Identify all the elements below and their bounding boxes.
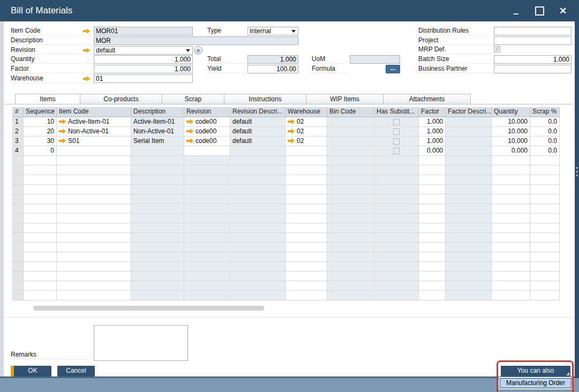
cell-quantity[interactable] xyxy=(492,262,530,272)
cell-quantity[interactable] xyxy=(492,156,530,165)
link-arrow-icon[interactable] xyxy=(186,138,193,144)
minimize-icon[interactable]: – xyxy=(507,0,525,21)
cell-item-code[interactable] xyxy=(57,185,131,194)
link-arrow-icon[interactable] xyxy=(288,129,295,134)
ok-button[interactable]: OK xyxy=(11,366,51,376)
cell-quantity[interactable] xyxy=(492,194,530,204)
cell-scrap-percent[interactable] xyxy=(530,281,560,291)
cell-item-code[interactable] xyxy=(57,156,131,165)
yield-field[interactable] xyxy=(247,65,298,73)
cell-factor[interactable] xyxy=(419,281,446,291)
you-can-also-button[interactable]: You can also xyxy=(501,366,570,376)
link-arrow-icon[interactable] xyxy=(59,129,66,134)
cell-checkbox-has-substitute[interactable] xyxy=(393,138,400,145)
cell-factor[interactable] xyxy=(419,262,446,272)
cell-scrap-percent[interactable] xyxy=(530,243,560,252)
cell-quantity[interactable] xyxy=(492,165,530,175)
cell-item-code[interactable] xyxy=(57,223,131,233)
cell-warehouse[interactable] xyxy=(285,214,327,223)
factor-field[interactable] xyxy=(94,65,193,73)
cell-factor[interactable] xyxy=(419,214,446,223)
link-arrow-icon[interactable] xyxy=(59,138,66,144)
cell-warehouse[interactable] xyxy=(285,146,327,156)
cell-factor[interactable] xyxy=(419,233,446,243)
cell-revision[interactable]: code00 xyxy=(184,127,230,137)
item-code-field[interactable] xyxy=(94,27,193,35)
quantity-field[interactable] xyxy=(94,55,193,64)
cell-sequence[interactable] xyxy=(24,262,57,272)
cell-factor[interactable] xyxy=(419,291,446,300)
cell-warehouse[interactable] xyxy=(285,185,327,194)
cell-item-code[interactable] xyxy=(57,175,131,185)
cell-scrap-percent[interactable] xyxy=(530,291,560,300)
cell-quantity[interactable]: 10.000 xyxy=(492,137,530,146)
link-arrow-icon[interactable] xyxy=(288,138,295,144)
project-field[interactable] xyxy=(494,36,572,45)
tab-scrap[interactable]: Scrap xyxy=(162,94,224,104)
cell-warehouse[interactable] xyxy=(285,165,327,175)
cell-factor[interactable]: 0.000 xyxy=(419,146,446,156)
cell-factor[interactable] xyxy=(419,185,446,194)
cell-quantity[interactable] xyxy=(492,214,530,223)
cell-sequence[interactable] xyxy=(24,281,57,291)
cell-scrap-percent[interactable] xyxy=(530,185,560,194)
cell-scrap-percent[interactable]: 0.0 xyxy=(530,137,560,146)
cell-checkbox-has-substitute[interactable] xyxy=(393,129,400,135)
cell-factor[interactable] xyxy=(419,175,446,185)
cell-sequence[interactable]: 20 xyxy=(24,127,57,137)
cell-warehouse[interactable] xyxy=(285,252,327,262)
tab-co-products[interactable]: Co-products xyxy=(80,94,162,104)
formula-button[interactable]: ... xyxy=(386,65,400,73)
cell-factor[interactable]: 1.000 xyxy=(419,117,446,127)
link-arrow-icon[interactable] xyxy=(59,119,66,124)
cell-sequence[interactable] xyxy=(24,272,57,281)
cell-item-code[interactable]: Active-Item-01 xyxy=(57,117,131,127)
cell-item-code[interactable] xyxy=(57,146,131,156)
cell-warehouse[interactable] xyxy=(285,204,327,214)
cell-scrap-percent[interactable] xyxy=(530,214,560,223)
link-arrow-icon[interactable] xyxy=(288,119,295,124)
close-icon[interactable]: ✕ xyxy=(554,0,572,21)
cell-factor[interactable] xyxy=(419,194,446,204)
distribution-rules-field[interactable] xyxy=(494,27,572,35)
cell-scrap-percent[interactable] xyxy=(530,252,560,262)
cell-sequence[interactable]: 30 xyxy=(24,137,57,146)
cell-scrap-percent[interactable]: 0.0 xyxy=(530,117,560,127)
cell-scrap-percent[interactable] xyxy=(530,272,560,281)
cell-sequence[interactable] xyxy=(24,243,57,252)
menu-item-manufacturing-order[interactable]: Manufacturing Order xyxy=(500,378,572,388)
cell-factor[interactable]: 1.000 xyxy=(419,137,446,146)
cell-scrap-percent[interactable] xyxy=(530,262,560,272)
cell-item-code[interactable] xyxy=(57,272,131,281)
cell-warehouse[interactable] xyxy=(285,272,327,281)
cell-factor[interactable]: 1.000 xyxy=(419,127,446,137)
cell-factor[interactable] xyxy=(419,223,446,233)
cell-quantity[interactable] xyxy=(492,233,530,243)
cell-warehouse[interactable] xyxy=(285,233,327,243)
cell-quantity[interactable] xyxy=(492,252,530,262)
panel-expand-handle[interactable]: ••• xyxy=(575,166,578,178)
description-field[interactable] xyxy=(94,36,298,45)
cell-sequence[interactable] xyxy=(24,223,57,233)
tab-items[interactable]: Items xyxy=(15,94,80,104)
cell-factor[interactable] xyxy=(419,165,446,175)
cell-quantity[interactable] xyxy=(492,291,530,300)
cell-quantity[interactable] xyxy=(492,281,530,291)
cell-sequence[interactable] xyxy=(24,194,57,204)
tab-wip-items[interactable]: WIP Items xyxy=(306,94,384,104)
cell-sequence[interactable] xyxy=(24,252,57,262)
cell-warehouse[interactable] xyxy=(285,281,327,291)
cell-quantity[interactable] xyxy=(492,272,530,281)
cell-warehouse[interactable]: 02 xyxy=(285,137,327,146)
cell-warehouse[interactable] xyxy=(285,194,327,204)
cell-warehouse[interactable] xyxy=(285,223,327,233)
cell-item-code[interactable] xyxy=(57,291,131,300)
cell-scrap-percent[interactable] xyxy=(530,194,560,204)
cell-item-code[interactable] xyxy=(57,281,131,291)
cell-scrap-percent[interactable]: 0.0 xyxy=(530,146,560,156)
revision-list-icon[interactable]: ≡ xyxy=(194,46,202,55)
cell-revision[interactable]: code00 xyxy=(184,117,230,127)
cell-quantity[interactable]: 10.000 xyxy=(492,117,530,127)
cell-quantity[interactable]: 10.000 xyxy=(492,127,530,137)
cell-scrap-percent[interactable] xyxy=(530,204,560,214)
